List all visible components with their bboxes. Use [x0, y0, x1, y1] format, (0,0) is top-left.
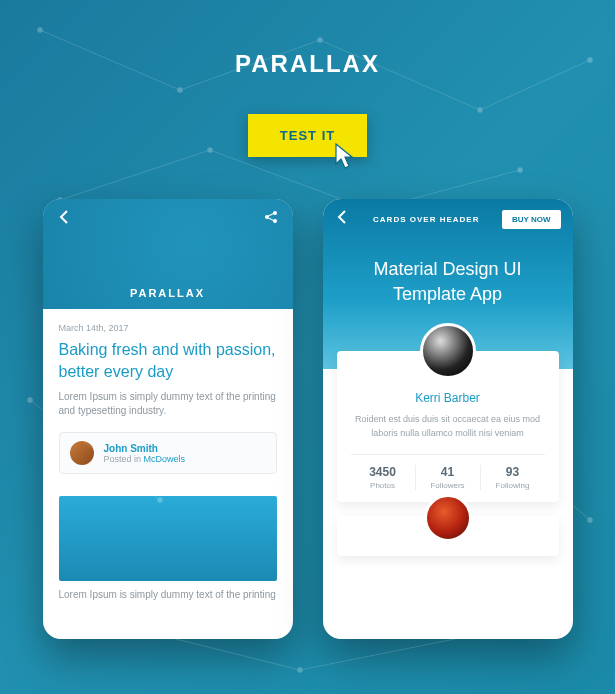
svg-point-25	[298, 668, 303, 673]
page-title: PARALLAX	[0, 0, 615, 78]
post-headline: Baking fresh and with passion, better ev…	[59, 339, 277, 382]
svg-point-12	[178, 88, 183, 93]
phone1-hero: PARALLAX	[43, 199, 293, 309]
author-category-link[interactable]: McDowels	[144, 454, 186, 464]
share-icon[interactable]	[263, 209, 279, 229]
svg-point-31	[273, 211, 277, 215]
profile-avatar	[420, 323, 476, 379]
profile-card-2	[337, 516, 559, 556]
phone-mockup-2: CARDS OVER HEADER BUY NOW Material Desig…	[323, 199, 573, 639]
back-arrow-icon[interactable]	[335, 209, 351, 229]
profile-bio: Roident est duis duis sit occaecat ea ei…	[351, 413, 545, 440]
buy-now-button[interactable]: BUY NOW	[502, 210, 561, 229]
post-image	[59, 496, 277, 581]
post-description: Lorem Ipsum is simply dummy text of the …	[59, 390, 277, 418]
profile-name: Kerri Barber	[351, 391, 545, 405]
post-date: March 14th, 2017	[59, 323, 277, 333]
phone2-hero-title: Material Design UI Template App	[323, 257, 573, 307]
author-name: John Smith	[104, 443, 186, 454]
post-continued-text: Lorem Ipsum is simply dummy text of the …	[43, 589, 293, 600]
profile-stats: 3450 Photos 41 Followers 93 Following	[351, 454, 545, 490]
svg-point-19	[518, 168, 523, 173]
phone-mockup-1: PARALLAX March 14th, 2017 Baking fresh a…	[43, 199, 293, 639]
profile-avatar-2	[424, 494, 472, 542]
cursor-icon	[332, 142, 358, 172]
stat-followers[interactable]: 41 Followers	[416, 465, 481, 490]
svg-point-14	[478, 108, 483, 113]
author-avatar	[70, 441, 94, 465]
stat-photos[interactable]: 3450 Photos	[351, 465, 416, 490]
svg-line-33	[268, 214, 273, 217]
phone1-hero-label: PARALLAX	[43, 287, 293, 299]
author-meta: Posted in McDowels	[104, 454, 186, 464]
profile-card: Kerri Barber Roident est duis duis sit o…	[337, 351, 559, 502]
svg-line-34	[268, 218, 273, 221]
stat-following[interactable]: 93 Following	[481, 465, 545, 490]
svg-point-32	[273, 219, 277, 223]
svg-line-4	[60, 150, 210, 200]
author-card[interactable]: John Smith Posted in McDowels	[59, 432, 277, 474]
phone2-topbar-title: CARDS OVER HEADER	[373, 215, 479, 224]
back-arrow-icon[interactable]	[57, 209, 73, 229]
